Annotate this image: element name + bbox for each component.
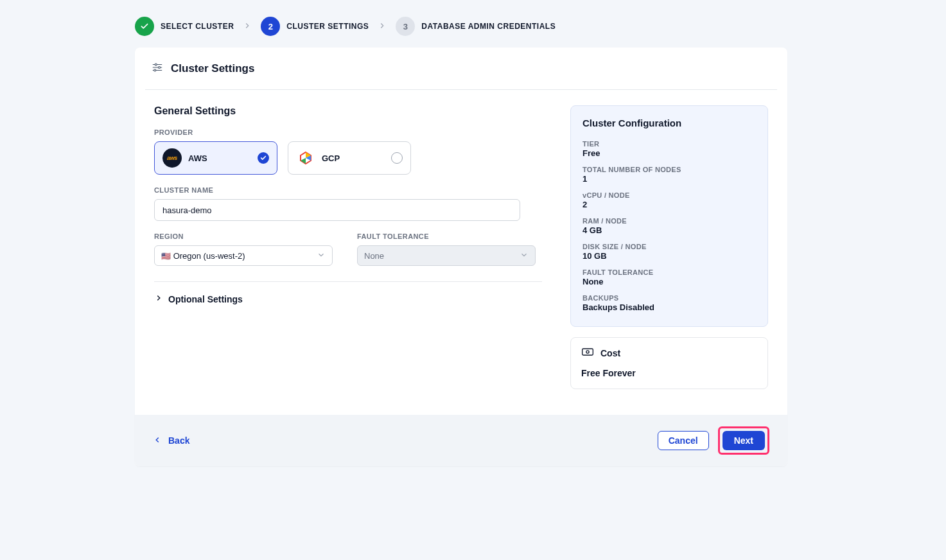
svg-point-11	[586, 351, 589, 353]
us-flag-icon: 🇺🇸	[161, 252, 171, 261]
config-row: vCPU / NODE2	[582, 191, 756, 209]
config-key: RAM / NODE	[582, 217, 756, 225]
config-row: TOTAL NUMBER OF NODES1	[582, 166, 756, 184]
region-value: Oregon (us-west-2)	[173, 251, 245, 261]
fault-tolerance-select: None	[357, 245, 536, 266]
sliders-icon	[152, 62, 163, 75]
cost-value: Free Forever	[581, 368, 757, 378]
step-cluster-settings[interactable]: 2 CLUSTER SETTINGS	[261, 17, 369, 36]
check-icon	[135, 17, 154, 36]
fault-tolerance-label: FAULT TOLERANCE	[357, 232, 545, 240]
back-button[interactable]: Back	[153, 435, 189, 446]
region-label: REGION	[154, 232, 342, 240]
cluster-configuration-card: Cluster Configuration TIERFree TOTAL NUM…	[570, 105, 768, 327]
provider-gcp[interactable]: GCP	[288, 141, 411, 175]
divider	[154, 281, 542, 282]
next-button-highlight: Next	[718, 426, 769, 455]
config-value: 4 GB	[582, 225, 756, 235]
config-row: BACKUPSBackups Disabled	[582, 294, 756, 312]
cash-icon	[581, 347, 594, 359]
cluster-configuration-title: Cluster Configuration	[582, 118, 756, 128]
config-row: RAM / NODE4 GB	[582, 217, 756, 235]
panel-footer: Back Cancel Next	[135, 415, 787, 466]
config-value: Free	[582, 148, 756, 158]
config-key: BACKUPS	[582, 294, 756, 302]
optional-settings-label: Optional Settings	[168, 294, 243, 304]
fault-tolerance-value: None	[364, 251, 384, 261]
radio-checked-icon	[258, 152, 269, 164]
radio-unchecked-icon	[391, 152, 403, 164]
svg-point-1	[155, 64, 157, 66]
step-label: CLUSTER SETTINGS	[286, 22, 369, 31]
next-label: Next	[734, 435, 753, 446]
config-value: Backups Disabled	[582, 302, 756, 312]
region-select[interactable]: 🇺🇸 Oregon (us-west-2)	[154, 245, 333, 266]
provider-aws-label: AWS	[188, 153, 207, 163]
svg-point-5	[154, 69, 156, 71]
aws-icon: aws	[162, 148, 182, 168]
config-key: DISK SIZE / NODE	[582, 243, 756, 250]
gcp-icon	[296, 148, 315, 168]
chevron-right-icon	[378, 21, 387, 32]
chevron-down-icon	[317, 250, 326, 261]
back-label: Back	[168, 435, 189, 446]
provider-gcp-label: GCP	[322, 153, 340, 163]
svg-rect-10	[582, 349, 593, 355]
svg-point-3	[159, 67, 161, 69]
config-value: 10 GB	[582, 251, 756, 261]
provider-label: PROVIDER	[154, 128, 545, 136]
cost-card: Cost Free Forever	[570, 337, 768, 389]
cluster-name-label: CLUSTER NAME	[154, 186, 545, 194]
panel-header: Cluster Settings	[135, 48, 787, 89]
step-number: 3	[396, 17, 415, 36]
chevron-down-icon	[520, 250, 529, 261]
step-number: 2	[261, 17, 280, 36]
step-label: SELECT CLUSTER	[161, 22, 234, 31]
config-key: vCPU / NODE	[582, 191, 756, 199]
config-row: TIERFree	[582, 140, 756, 158]
general-settings-heading: General Settings	[154, 105, 545, 117]
settings-panel: Cluster Settings General Settings PROVID…	[135, 48, 787, 466]
config-row: DISK SIZE / NODE10 GB	[582, 243, 756, 261]
config-value: None	[582, 277, 756, 286]
optional-settings-toggle[interactable]: Optional Settings	[154, 293, 545, 304]
config-key: TIER	[582, 140, 756, 148]
config-key: TOTAL NUMBER OF NODES	[582, 166, 756, 173]
cancel-label: Cancel	[669, 435, 698, 446]
config-row: FAULT TOLERANCENone	[582, 268, 756, 286]
cost-label: Cost	[600, 348, 620, 358]
provider-aws[interactable]: aws AWS	[154, 141, 277, 175]
cluster-name-input[interactable]: hasura-demo	[154, 199, 520, 221]
config-key: FAULT TOLERANCE	[582, 268, 756, 276]
config-value: 1	[582, 174, 756, 184]
chevron-right-icon	[243, 21, 252, 32]
chevron-right-icon	[154, 293, 163, 304]
next-button[interactable]: Next	[723, 431, 765, 450]
panel-title: Cluster Settings	[171, 62, 254, 75]
config-value: 2	[582, 200, 756, 209]
cancel-button[interactable]: Cancel	[658, 431, 709, 450]
cluster-name-value: hasura-demo	[162, 206, 212, 215]
wizard-stepper: SELECT CLUSTER 2 CLUSTER SETTINGS 3 DATA…	[0, 0, 946, 48]
step-label: DATABASE ADMIN CREDENTIALS	[421, 22, 556, 31]
chevron-left-icon	[153, 435, 162, 446]
step-select-cluster[interactable]: SELECT CLUSTER	[135, 17, 234, 36]
step-admin-credentials[interactable]: 3 DATABASE ADMIN CREDENTIALS	[396, 17, 556, 36]
